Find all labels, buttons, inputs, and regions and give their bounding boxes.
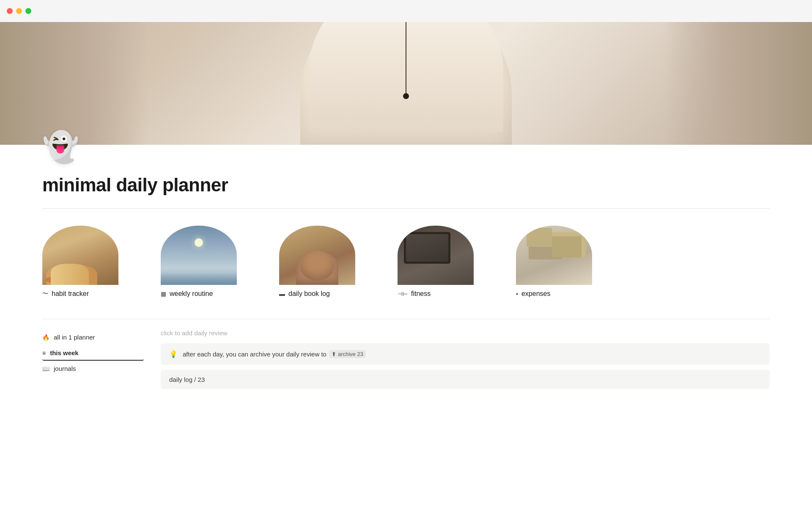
card-daily-book-log[interactable]: ▬ daily book log bbox=[279, 226, 381, 298]
review-placeholder[interactable]: click to add daily review bbox=[161, 329, 770, 337]
card-label-habit-tracker: 〜 habit tracker bbox=[42, 290, 89, 298]
nav-label-journals: journals bbox=[54, 365, 76, 372]
ghost-area: 👻 bbox=[0, 132, 812, 162]
daily-book-log-icon: ▬ bbox=[279, 290, 285, 297]
card-habit-tracker[interactable]: 〜 habit tracker bbox=[42, 226, 144, 298]
cards-grid: 〜 habit tracker ▦ weekly routine ▬ daily… bbox=[42, 226, 770, 298]
daily-book-log-label: daily book log bbox=[288, 290, 330, 298]
archive-label: archive 23 bbox=[338, 351, 363, 357]
minimize-button[interactable] bbox=[16, 8, 22, 14]
hero-pendant-base bbox=[403, 93, 409, 99]
card-label-daily-book-log: ▬ daily book log bbox=[279, 290, 330, 298]
flame-icon: 🔥 bbox=[42, 334, 49, 341]
review-card-text: after each day, you can archive your dai… bbox=[183, 350, 366, 358]
card-fitness[interactable]: ⊣⊢ fitness bbox=[398, 226, 499, 298]
fitness-icon: ⊣⊢ bbox=[398, 290, 408, 297]
maximize-button[interactable] bbox=[25, 8, 31, 14]
list-icon: ≡ bbox=[42, 350, 46, 356]
archive-icon: ⬆ bbox=[332, 351, 336, 357]
daily-log-text: daily log / 23 bbox=[169, 376, 205, 383]
card-image-fitness bbox=[398, 226, 474, 285]
weekly-routine-icon: ▦ bbox=[161, 290, 166, 297]
nav-label-all-in-1-planner: all in 1 planner bbox=[54, 334, 95, 341]
titlebar bbox=[0, 0, 812, 22]
hero-pendant bbox=[406, 22, 406, 94]
card-image-expenses bbox=[516, 226, 592, 285]
card-expenses[interactable]: ▪ expenses bbox=[516, 226, 617, 298]
weekly-routine-label: weekly routine bbox=[170, 290, 213, 298]
nav-item-all-in-1-planner[interactable]: 🔥 all in 1 planner bbox=[42, 329, 144, 345]
review-card-archive: 💡 after each day, you can archive your d… bbox=[161, 343, 770, 365]
close-button[interactable] bbox=[7, 8, 13, 14]
card-label-expenses: ▪ expenses bbox=[516, 290, 550, 298]
archive-badge[interactable]: ⬆ archive 23 bbox=[329, 350, 366, 358]
nav-label-this-week: this week bbox=[50, 349, 79, 356]
card-weekly-routine[interactable]: ▦ weekly routine bbox=[161, 226, 262, 298]
expenses-label: expenses bbox=[521, 290, 551, 298]
main-content: minimal daily planner 〜 habit tracker ▦ … bbox=[0, 174, 812, 389]
review-text-prefix: after each day, you can archive your dai… bbox=[183, 351, 326, 358]
hero-banner bbox=[0, 22, 812, 145]
habit-tracker-icon: 〜 bbox=[42, 290, 48, 298]
card-label-fitness: ⊣⊢ fitness bbox=[398, 290, 431, 298]
expenses-icon: ▪ bbox=[516, 290, 518, 297]
hero-wall-right bbox=[664, 22, 812, 145]
card-image-habit-tracker bbox=[42, 226, 118, 285]
book-icon: 📖 bbox=[42, 365, 49, 372]
card-image-weekly-routine bbox=[161, 226, 237, 285]
page-title: minimal daily planner bbox=[42, 174, 770, 196]
nav-item-journals[interactable]: 📖 journals bbox=[42, 361, 144, 376]
section-divider-bottom bbox=[42, 319, 770, 319]
ghost-icon: 👻 bbox=[42, 132, 770, 162]
bottom-layout: 🔥 all in 1 planner ≡ this week 📖 journal… bbox=[42, 329, 770, 389]
nav-item-this-week[interactable]: ≡ this week bbox=[42, 345, 144, 361]
fitness-label: fitness bbox=[411, 290, 431, 298]
lightbulb-icon: 💡 bbox=[169, 350, 178, 358]
right-content: click to add daily review 💡 after each d… bbox=[161, 329, 770, 389]
card-image-daily-book-log bbox=[279, 226, 355, 285]
card-label-weekly-routine: ▦ weekly routine bbox=[161, 290, 213, 298]
section-divider-top bbox=[42, 208, 770, 209]
review-card-daily-log: daily log / 23 bbox=[161, 370, 770, 389]
habit-tracker-label: habit tracker bbox=[52, 290, 89, 298]
left-nav: 🔥 all in 1 planner ≡ this week 📖 journal… bbox=[42, 329, 161, 389]
hero-wall-left bbox=[0, 22, 148, 145]
